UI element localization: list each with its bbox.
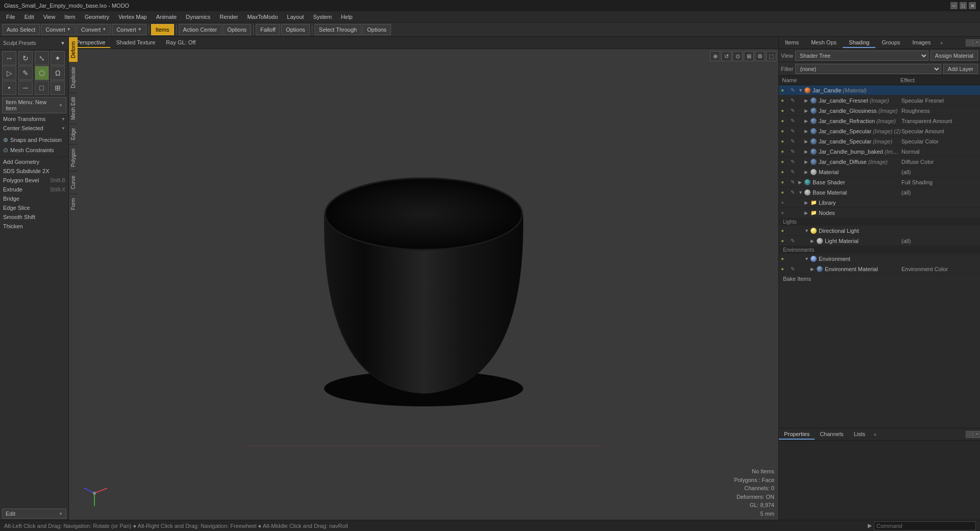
eye-icon-specular[interactable]: ●	[781, 138, 789, 144]
tree-item-jar-candle[interactable]: ● ✎ ▼ Jar_Candle (Material)	[779, 85, 980, 95]
form-tab[interactable]: Form	[69, 194, 78, 214]
tree-item-env-material[interactable]: ● ✎ ▶ Environment Material Environment C…	[779, 264, 980, 274]
shaded-texture-tab[interactable]: Shaded Texture	[111, 38, 160, 48]
expand-icon-fresnel[interactable]: ▶	[804, 98, 811, 103]
edit-icon-fresnel[interactable]: ✎	[789, 97, 796, 104]
expand-icon-base-material[interactable]: ▼	[798, 190, 804, 195]
channels-tab[interactable]: Channels	[815, 429, 848, 440]
add-geometry-item[interactable]: Add Geometry	[0, 157, 68, 166]
bake-items-row[interactable]: Bake Items	[779, 274, 980, 283]
maximize-button[interactable]: □	[960, 2, 967, 9]
shading-tab[interactable]: Shading	[843, 38, 875, 48]
move-icon-btn[interactable]: ↔	[2, 51, 16, 65]
expand-icon-nodes[interactable]: ▶	[804, 210, 811, 215]
paint-icon-btn[interactable]: Ω	[51, 66, 65, 80]
tree-item-library[interactable]: ● ▶ 📁 Library	[779, 198, 980, 208]
ray-gl-tab[interactable]: Ray GL: Off	[161, 38, 201, 48]
menu-item-vertex map[interactable]: Vertex Map	[114, 13, 151, 21]
expand-icon-jar-candle[interactable]: ▼	[798, 88, 804, 93]
mesh-ops-tab[interactable]: Mesh Ops	[805, 38, 843, 48]
menu-item-animate[interactable]: Animate	[152, 13, 181, 21]
sculpt-icon-btn[interactable]: ⬡	[35, 66, 49, 80]
edit-icon-env-mat[interactable]: ✎	[789, 266, 796, 273]
menu-item-maxtomodo[interactable]: MaxToModo	[243, 13, 282, 21]
expand-icon-glossiness[interactable]: ▶	[804, 108, 811, 113]
menu-item-item[interactable]: Item	[60, 13, 79, 21]
deform-tab[interactable]: Deform	[69, 37, 78, 62]
menu-item-layout[interactable]: Layout	[283, 13, 308, 21]
eye-icon-jar-candle[interactable]: ●	[781, 87, 789, 93]
tree-item-environment[interactable]: ● ▼ Environment	[779, 254, 980, 264]
tree-item-light-material[interactable]: ● ✎ ▶ Light Material (all)	[779, 236, 980, 246]
viewport-maximize-btn[interactable]: ⬚	[766, 51, 776, 61]
expand-icon-base-shader[interactable]: ▶	[798, 180, 804, 185]
eye-icon-library[interactable]: ●	[781, 200, 789, 205]
panel-detach-btn[interactable]: ↗	[973, 39, 980, 46]
tree-item-diffuse[interactable]: ● ✎ ▶ Jar_candle_Diffuse (Image) Diffuse…	[779, 157, 980, 167]
eye-icon-env[interactable]: ●	[781, 256, 789, 261]
edit-icon-refraction[interactable]: ✎	[789, 117, 796, 125]
more-transforms-item[interactable]: More Transforms ▼	[0, 114, 68, 124]
viewport-fit-btn[interactable]: ⊞	[744, 51, 754, 61]
tree-item-base-material[interactable]: ● ✎ ▼ Base Material (all)	[779, 187, 980, 198]
groups-tab[interactable]: Groups	[875, 38, 906, 48]
eye-icon-nodes[interactable]: ●	[781, 210, 789, 215]
edit-icon-material[interactable]: ✎	[789, 168, 796, 176]
edge-icon-btn[interactable]: ─	[18, 81, 33, 95]
prop-expand-btn[interactable]: ⬚	[966, 431, 973, 438]
polygon-tab[interactable]: Polygon	[69, 144, 78, 171]
edit-icon-specular[interactable]: ✎	[789, 138, 796, 145]
menu-item-help[interactable]: Help	[337, 13, 357, 21]
transform-icon-btn[interactable]: ✦	[51, 51, 65, 65]
tree-item-specular[interactable]: ● ✎ ▶ Jar_candle_Specular (Image) Specul…	[779, 136, 980, 147]
vert-icon-btn[interactable]: •	[2, 81, 16, 95]
auto-select-button[interactable]: Auto Select	[2, 24, 40, 35]
expand-icon-bump[interactable]: ▶	[804, 149, 811, 154]
menu-item-edit[interactable]: Edit	[20, 13, 38, 21]
convert-button-3[interactable]: Convert ▼	[112, 24, 146, 35]
tree-item-material[interactable]: ● ✎ ▶ Material (all)	[779, 167, 980, 177]
tree-item-directional-light[interactable]: ● ▼ Directional Light	[779, 226, 980, 236]
shader-tree-select[interactable]: Shader Tree	[795, 51, 928, 61]
menu-item-render[interactable]: Render	[215, 13, 242, 21]
filter-select[interactable]: (none)	[795, 64, 941, 74]
mesh-edit-tab[interactable]: Mesh Edit	[69, 92, 78, 124]
eye-icon-refraction[interactable]: ●	[781, 118, 789, 124]
edge-slice-item[interactable]: Edge Slice	[0, 203, 68, 212]
select-through-button[interactable]: Select Through	[314, 24, 361, 35]
eye-icon-specular-2[interactable]: ●	[781, 128, 789, 134]
eye-icon-fresnel[interactable]: ●	[781, 98, 789, 103]
menu-item-dynamics[interactable]: Dynamics	[182, 13, 214, 21]
edit-icon-glossiness[interactable]: ✎	[789, 107, 796, 114]
edit-icon-nodes[interactable]	[789, 209, 796, 216]
mesh-constraints-item[interactable]: ⊙ Mesh Constraints	[0, 145, 68, 155]
eye-icon-base-material[interactable]: ●	[781, 189, 789, 195]
sds-subdivide-item[interactable]: SDS Subdivide 2X	[0, 166, 68, 176]
viewport-canvas[interactable]: ⊕ ↺ ⊙ ⊞ ⚙ ⬚ No Items Polygons : Face	[69, 49, 778, 520]
tree-item-bump[interactable]: ● ✎ ▶ Jar_Candle_bump_baked (Image) Norm…	[779, 147, 980, 157]
edit-icon-jar-candle[interactable]: ✎	[789, 87, 796, 94]
eye-icon-material[interactable]: ●	[781, 169, 789, 175]
edge-tab[interactable]: Edge	[69, 124, 78, 144]
rotate-icon-btn[interactable]: ↻	[18, 51, 33, 65]
polygon-bevel-item[interactable]: Polygon Bevel Shift-B	[0, 176, 68, 185]
duplicate-tab[interactable]: Duplicate	[69, 62, 78, 92]
edit-icon-base-shader[interactable]: ✎	[789, 179, 796, 186]
menu-item-system[interactable]: System	[309, 13, 336, 21]
expand-icon-specular-2[interactable]: ▶	[804, 129, 811, 134]
viewport-settings-btn[interactable]: ⚙	[755, 51, 765, 61]
tree-item-nodes[interactable]: ● ▶ 📁 Nodes	[779, 208, 980, 218]
tree-item-fresnel[interactable]: ● ✎ ▶ Jar_candle_Fresnel (Image) Specula…	[779, 95, 980, 106]
viewport-rotate-btn[interactable]: ↺	[721, 51, 731, 61]
edit-icon-base-material[interactable]: ✎	[789, 189, 796, 196]
minimize-button[interactable]: ─	[950, 2, 958, 9]
eye-icon-glossiness[interactable]: ●	[781, 108, 789, 113]
panel-expand-btn[interactable]: ⬚	[966, 39, 973, 46]
eye-icon-light-mat[interactable]: ●	[781, 238, 789, 244]
expand-icon-env-mat[interactable]: ▶	[811, 267, 817, 272]
properties-tab[interactable]: Properties	[779, 429, 815, 440]
item-icon-btn[interactable]: ⊞	[51, 81, 65, 95]
add-tab-btn[interactable]: +	[937, 38, 946, 47]
tree-item-base-shader[interactable]: ● ✎ ▶ Base Shader Full Shading	[779, 177, 980, 187]
center-selected-item[interactable]: Center Selected ▼	[0, 124, 68, 133]
